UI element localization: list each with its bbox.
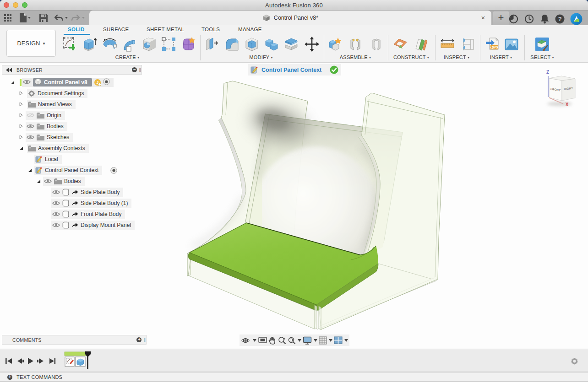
browser-row[interactable]: Named Views <box>0 99 151 110</box>
fit-caret-icon[interactable] <box>298 339 301 342</box>
browser-row[interactable]: Bodies <box>0 121 151 132</box>
browser-row[interactable]: Local <box>0 154 151 165</box>
grid-settings-icon[interactable] <box>319 336 327 345</box>
pattern-icon[interactable] <box>161 37 176 52</box>
group-label-modify[interactable]: MODIFY ▾ <box>249 54 272 60</box>
orbit-icon[interactable] <box>241 336 251 345</box>
display-settings-icon[interactable] <box>303 336 312 345</box>
sketch-feature-icon[interactable] <box>65 357 74 367</box>
viewports-icon[interactable] <box>334 336 343 344</box>
group-label-construct[interactable]: CONSTRUCT ▾ <box>393 54 429 60</box>
offset-plane-icon[interactable] <box>393 37 408 52</box>
text-commands-icon[interactable]: + <box>7 375 12 380</box>
browser-row[interactable]: Bodies <box>0 176 151 187</box>
save-icon[interactable] <box>39 14 48 22</box>
split-body-icon[interactable] <box>284 37 299 52</box>
fit-icon[interactable] <box>288 336 296 345</box>
grid-caret-icon[interactable] <box>329 339 332 342</box>
section-analysis-icon[interactable] <box>460 37 474 52</box>
tab-solid[interactable]: SOLID <box>68 27 85 32</box>
workspace-selector[interactable]: DESIGN ▾ <box>6 30 56 57</box>
browser-row-chip[interactable]: Bodies <box>26 122 67 131</box>
browser-row-chip[interactable]: Control Panel Context <box>34 166 102 175</box>
eye-icon[interactable] <box>52 222 60 228</box>
group-label-inspect[interactable]: INSPECT ▾ <box>444 54 469 60</box>
browser-row-chip[interactable]: Display Mount Panel <box>51 221 135 230</box>
undo-icon[interactable] <box>54 14 68 22</box>
context-icon[interactable] <box>35 156 43 163</box>
browser-row-chip[interactable]: Assembly Contexts <box>27 144 89 153</box>
browser-row[interactable]: Display Mount Panel <box>0 220 151 231</box>
group-label-select[interactable]: SELECT ▾ <box>530 54 554 60</box>
step-forward-icon[interactable] <box>37 358 44 364</box>
insert-svg-icon[interactable]: SVG <box>485 37 500 52</box>
insert-image-icon[interactable] <box>504 37 519 52</box>
form-icon[interactable] <box>181 37 196 52</box>
folder-icon[interactable] <box>28 146 36 151</box>
midplane-icon[interactable] <box>414 37 429 52</box>
redo-icon[interactable] <box>71 14 85 22</box>
body-icon[interactable] <box>62 189 69 196</box>
selected-node[interactable]: Control Panel v8 <box>33 78 92 86</box>
hole-icon[interactable] <box>142 37 157 52</box>
group-label-create[interactable]: CREATE ▾ <box>115 54 140 60</box>
activate-radio-icon[interactable] <box>110 167 117 176</box>
timeline-group-bar[interactable] <box>65 352 86 356</box>
browser-row-chip[interactable]: Sketches <box>26 133 73 142</box>
folder-icon[interactable] <box>54 178 62 184</box>
timeline-gear-icon[interactable] <box>571 357 579 365</box>
eye-icon[interactable] <box>27 124 34 129</box>
context-icon[interactable] <box>35 167 43 174</box>
shell-icon[interactable] <box>245 37 259 52</box>
display-caret-icon[interactable] <box>314 339 317 342</box>
browser-row-chip[interactable]: Document Settings <box>27 89 87 98</box>
pan-icon[interactable] <box>268 336 276 345</box>
play-icon[interactable] <box>28 358 33 364</box>
orbit-caret-icon[interactable] <box>253 339 256 342</box>
measure-icon[interactable] <box>440 37 455 52</box>
activate-radio-icon[interactable] <box>103 78 110 87</box>
browser-row[interactable]: Control Panel v8 J <box>0 77 151 88</box>
folder-icon[interactable] <box>37 113 44 119</box>
select-icon[interactable] <box>535 37 550 52</box>
root-row-chip[interactable]: Control Panel v8 J <box>22 78 114 87</box>
browser-resize-grip[interactable]: ‖ <box>139 67 142 73</box>
file-icon[interactable] <box>19 13 31 22</box>
eye-icon[interactable] <box>52 200 60 206</box>
fillet-icon[interactable] <box>225 37 240 52</box>
eye-icon[interactable] <box>52 211 60 217</box>
browser-row-chip[interactable]: Side Plate Body (1) <box>51 199 131 208</box>
browser-row[interactable]: Document Settings <box>0 88 151 99</box>
titlebar[interactable]: Autodesk Fusion 360 <box>0 0 588 11</box>
eye-icon[interactable] <box>23 78 31 86</box>
browser-row[interactable]: Sketches <box>0 132 151 143</box>
browser-row[interactable]: Control Panel Context <box>0 165 151 176</box>
document-tab[interactable]: Control Panel v8* × <box>89 11 491 25</box>
browser-row[interactable]: Front Plate Body <box>0 209 151 220</box>
new-tab-button[interactable]: + <box>493 11 509 25</box>
folder-icon[interactable] <box>37 124 44 129</box>
browser-row-chip[interactable]: Named Views <box>27 100 76 109</box>
eye-icon[interactable] <box>52 189 60 195</box>
body-icon[interactable] <box>62 221 69 229</box>
body-icon[interactable] <box>62 200 69 207</box>
extrude-icon[interactable] <box>82 37 97 52</box>
browser-row-chip[interactable]: Local <box>34 155 62 164</box>
browser-panel-header[interactable]: BROWSER − ‖ <box>2 65 142 75</box>
component-feature-icon[interactable] <box>76 357 85 367</box>
browser-row-chip[interactable]: Front Plate Body <box>51 210 125 219</box>
gear-icon[interactable] <box>28 90 35 97</box>
tab-surface[interactable]: SURFACE <box>103 27 129 32</box>
browser-row-chip[interactable]: Side Plate Body <box>51 188 123 197</box>
browser-row[interactable]: Side Plate Body (1) <box>0 198 151 209</box>
browser-row[interactable]: Origin <box>0 110 151 121</box>
combine-icon[interactable] <box>264 37 279 52</box>
help-icon[interactable]: ? <box>555 14 565 24</box>
zoom-icon[interactable] <box>278 336 286 345</box>
move-copy-icon[interactable] <box>305 37 319 52</box>
revolve-icon[interactable] <box>103 37 117 52</box>
group-label-assemble[interactable]: ASSEMBLE ▾ <box>340 54 371 60</box>
eye-icon[interactable] <box>44 178 52 184</box>
joint-icon[interactable] <box>348 37 363 52</box>
comments-bar[interactable]: COMMENTS + ‖ <box>2 335 147 345</box>
